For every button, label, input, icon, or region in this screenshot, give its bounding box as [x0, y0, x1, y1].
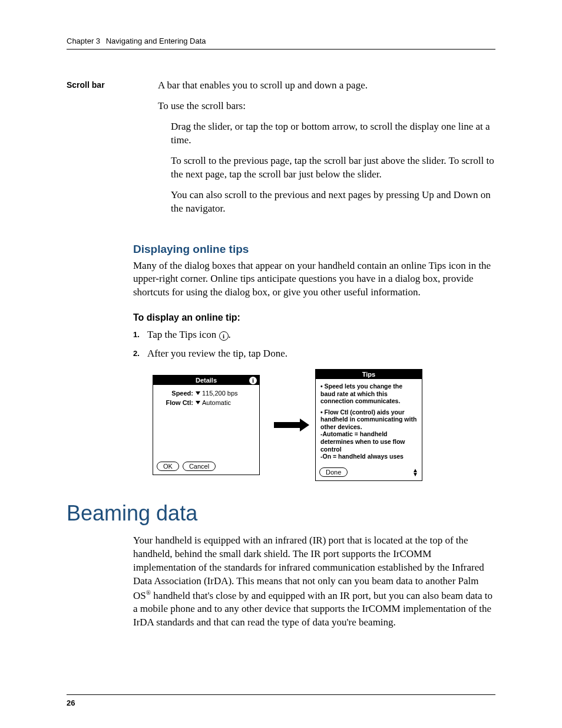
- speed-value: 115,200 bps: [202, 390, 238, 397]
- details-dialog: Details i Speed: 115,200 bps Flow Ctl: A…: [153, 375, 260, 475]
- step-2: 2. After you review the tip, tap Done.: [133, 347, 495, 361]
- details-title-bar: Details i: [153, 375, 259, 385]
- step-2-text: After you review the tip, tap Done.: [147, 347, 495, 361]
- page-number: 26: [67, 694, 495, 707]
- step-1-tail: .: [229, 329, 231, 340]
- term-p3: Drag the slider, or tap the top or botto…: [171, 120, 495, 147]
- term-p5: You can also scroll to the previous and …: [171, 189, 495, 216]
- term-p4: To scroll to the previous page, tap the …: [171, 154, 495, 182]
- step-1-number: 1.: [133, 328, 147, 342]
- speed-label: Speed:: [159, 390, 193, 397]
- term-label: Scroll bar: [67, 79, 158, 223]
- term-definition: A bar that enables you to scroll up and …: [158, 79, 495, 223]
- term-p1: A bar that enables you to scroll up and …: [158, 79, 495, 93]
- subheading-online-tips: Displaying online tips: [133, 243, 495, 256]
- term-p2: To use the scroll bars:: [158, 100, 495, 113]
- info-icon: i: [249, 377, 257, 384]
- beaming-body-2: handheld that's close by and equipped wi…: [133, 589, 492, 628]
- done-button: Done: [319, 467, 348, 477]
- tips-line1: • Speed lets you change the baud rate at…: [320, 383, 417, 405]
- dropdown-icon: [196, 401, 200, 404]
- ok-button: OK: [157, 462, 179, 471]
- dropdown-icon: [196, 391, 200, 395]
- tips-title-bar: Tips: [316, 370, 422, 379]
- beaming-body: Your handheld is equipped with an infrar…: [133, 534, 495, 630]
- arrow-icon: [274, 422, 301, 428]
- scroll-arrows-icon: ▲▼: [412, 468, 418, 476]
- illustration: Details i Speed: 115,200 bps Flow Ctl: A…: [153, 369, 495, 481]
- chapter-label: Chapter 3: [67, 37, 100, 45]
- tips-body-text: Many of the dialog boxes that appear on …: [133, 259, 495, 300]
- step-2-number: 2.: [133, 347, 147, 361]
- chapter-title: Navigating and Entering Data: [106, 37, 206, 45]
- tips-icon: i: [219, 331, 229, 341]
- step-1: 1. Tap the Tips icon i.: [133, 328, 495, 342]
- tips-line4: -On = handheld always uses: [320, 453, 404, 460]
- tips-line3: -Automatic = handheld determines when to…: [320, 430, 405, 452]
- tips-title: Tips: [362, 371, 375, 378]
- tips-line2: • Flow Ctl (control) aids your handheld …: [320, 409, 416, 430]
- registered-mark: ®: [146, 589, 151, 596]
- cancel-button: Cancel: [183, 462, 216, 471]
- running-header: Chapter 3 Navigating and Entering Data: [67, 37, 495, 50]
- details-title: Details: [196, 377, 217, 384]
- tips-dialog: Tips • Speed lets you change the baud ra…: [315, 369, 422, 481]
- flow-value: Automatic: [202, 399, 231, 406]
- flow-label: Flow Ctl:: [159, 399, 193, 406]
- procedure-heading: To display an online tip:: [133, 312, 495, 323]
- step-1-text: Tap the Tips icon: [147, 329, 219, 340]
- heading-beaming-data: Beaming data: [67, 501, 495, 526]
